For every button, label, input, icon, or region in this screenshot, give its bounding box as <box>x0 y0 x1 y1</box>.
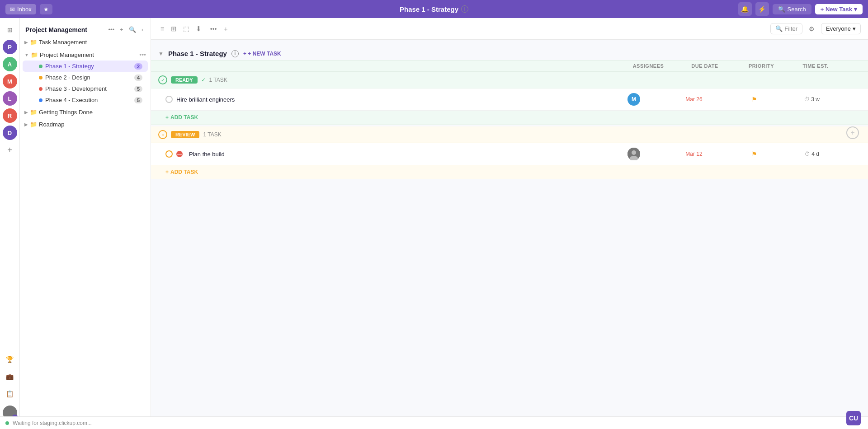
ready-status-circle[interactable]: ✓ <box>158 75 167 84</box>
task2-assignee-avatar[interactable] <box>627 148 640 160</box>
phase3-label: Phase 3 - Development <box>45 85 132 92</box>
add-task-icon: + <box>243 51 246 57</box>
avatar-A[interactable]: A <box>3 57 17 71</box>
phase2-dot <box>39 76 42 79</box>
review-circle-icon: ○ <box>161 132 164 137</box>
inbox-icon: ✉ <box>10 6 15 13</box>
ready-add-task-label: ADD TASK <box>170 114 198 121</box>
avatar-M[interactable]: M <box>3 74 17 89</box>
task2-priority[interactable]: ⚑ <box>727 150 781 158</box>
apps-grid-button[interactable]: ⊞ <box>3 23 17 37</box>
inbox-label: Inbox <box>17 6 32 13</box>
sidebar-add-button[interactable]: + <box>118 25 125 34</box>
search-button[interactable]: 🔍 Search <box>773 4 811 14</box>
list-view-button[interactable]: ≡ <box>158 23 167 35</box>
project-management-more-button[interactable]: ••• <box>139 51 146 58</box>
ready-add-task-row[interactable]: + ADD TASK <box>151 111 868 125</box>
table-row: Hire brilliant engineers M Mar 26 ⚑ ⏱3 w <box>151 89 868 111</box>
inbox-button[interactable]: ✉ Inbox <box>5 4 36 14</box>
col-header-due: DUE DATE <box>675 63 734 69</box>
task2-name[interactable]: Plan the build <box>189 151 603 158</box>
roadmap-label: Roadmap <box>39 121 64 128</box>
task-management-label: Task Management <box>39 39 87 46</box>
filter-icon: 🔍 <box>775 25 783 32</box>
avatar-P[interactable]: P <box>3 40 17 54</box>
more-options-button[interactable]: ••• <box>208 23 220 34</box>
phase-add-task-button[interactable]: + + NEW TASK <box>243 51 281 57</box>
add-column-button-container: + <box>846 126 859 139</box>
sidebar-collapse-button[interactable]: ‹ <box>140 25 145 34</box>
ready-task-count: 1 TASK <box>209 77 227 83</box>
main-layout: ⊞ P A M L R D + 🏆 💼 📋 2 Project Manageme… <box>0 18 868 429</box>
sidebar-item-project-management[interactable]: ▼ 📁 Project Management ••• <box>21 49 150 61</box>
sidebar-more-button[interactable]: ••• <box>106 25 116 34</box>
chart-view-button[interactable]: ⬚ <box>181 23 192 35</box>
everyone-filter-button[interactable]: Everyone ▾ <box>821 23 861 34</box>
filter-options-button[interactable]: ⚙ <box>806 23 817 34</box>
add-task-label: + NEW TASK <box>248 51 281 57</box>
search-label: Search <box>788 6 806 13</box>
review-add-task-label: ADD TASK <box>170 169 198 175</box>
task2-time-icon: ⏱ <box>805 151 810 157</box>
add-workspace-button[interactable]: + <box>3 143 17 157</box>
avatar-R[interactable]: R <box>3 108 17 123</box>
col-header-time: TIME EST. <box>788 63 843 69</box>
avatar-L[interactable]: L <box>3 91 17 106</box>
task-table-header: ASSIGNEES DUE DATE PRIORITY TIME EST. <box>151 60 868 72</box>
trophy-icon-button[interactable]: 🏆 <box>3 352 17 367</box>
task-content-area: ▼ Phase 1 - Strategy i + + NEW TASK ASSI… <box>151 40 868 188</box>
sidebar-item-getting-things-done[interactable]: ▶ 📁 Getting Things Done <box>21 107 150 118</box>
sidebar-item-roadmap[interactable]: ▶ 📁 Roadmap <box>21 119 150 130</box>
task1-time-est: ⏱3 w <box>785 96 839 103</box>
review-add-task-plus-icon: + <box>165 169 169 175</box>
review-status-row: ○ REVIEW 1 TASK <box>151 126 868 143</box>
title-info-icon[interactable]: i <box>461 5 468 13</box>
sidebar-item-phase1-strategy[interactable]: Phase 1 - Strategy 2 <box>23 61 148 72</box>
task1-name[interactable]: Hire brilliant engineers <box>176 96 603 103</box>
review-status-circle[interactable]: ○ <box>158 130 167 139</box>
sidebar-search-button[interactable]: 🔍 <box>127 25 138 34</box>
sidebar-item-phase4-execution[interactable]: Phase 4 - Execution 5 <box>23 94 148 106</box>
download-button[interactable]: ⬇ <box>193 23 204 35</box>
new-task-label: + New Task <box>821 6 852 13</box>
filter-input[interactable]: 🔍 Filter <box>770 23 802 34</box>
phase-section-chevron-icon: ▼ <box>158 51 164 57</box>
user-avatar-svg <box>627 148 640 160</box>
add-view-button[interactable]: + <box>221 23 230 34</box>
grid-view-button[interactable]: ⊞ <box>169 23 179 35</box>
review-task-count: 1 TASK <box>203 131 221 138</box>
review-badge: REVIEW <box>171 131 199 138</box>
sidebar-title: Project Management <box>25 26 104 33</box>
task2-checkbox[interactable] <box>165 150 173 158</box>
statusbar-dot <box>5 421 9 425</box>
task1-assignees: M <box>607 93 661 106</box>
phase3-dot <box>39 87 42 91</box>
new-task-button[interactable]: + New Task ▾ <box>815 4 863 14</box>
briefcase-icon-button[interactable]: 💼 <box>3 369 17 384</box>
project-folder-icon: 📁 <box>31 51 38 58</box>
task1-assignee-avatar[interactable]: M <box>627 93 640 106</box>
phase-info-icon[interactable]: i <box>231 50 239 57</box>
sidebar-item-phase3-development[interactable]: Phase 3 - Development 5 <box>23 83 148 94</box>
notification-bell-button[interactable]: 🔔 <box>738 2 752 16</box>
everyone-chevron-icon: ▾ <box>853 25 856 32</box>
add-column-button[interactable]: + <box>846 126 859 139</box>
view-icons: ≡ ⊞ ⬚ ⬇ <box>158 23 204 35</box>
task1-priority[interactable]: ⚑ <box>727 96 781 103</box>
lightning-button[interactable]: ⚡ <box>755 2 769 16</box>
new-task-dropdown-icon: ▾ <box>854 6 857 13</box>
topbar: ✉ Inbox ★ Phase 1 - Strategy i 🔔 ⚡ 🔍 Sea… <box>0 0 868 18</box>
favorite-button[interactable]: ★ <box>40 4 52 14</box>
svg-point-1 <box>632 150 636 155</box>
task1-checkbox[interactable] <box>165 96 173 103</box>
avatar-D[interactable]: D <box>3 126 17 140</box>
sidebar-item-task-management[interactable]: ▶ 📁 Task Management <box>21 37 150 48</box>
clipboard-icon-button[interactable]: 📋 <box>3 387 17 401</box>
folder-icon: 📁 <box>30 39 37 46</box>
clickup-fab-button[interactable]: CU <box>846 411 861 425</box>
task1-due-date: Mar 26 <box>665 96 723 103</box>
review-add-task-row[interactable]: + ADD TASK <box>151 165 868 179</box>
ready-status-group: ✓ READY ✓ 1 TASK Hire brilliant engineer… <box>151 72 868 125</box>
sidebar-item-phase2-design[interactable]: Phase 2 - Design 4 <box>23 72 148 83</box>
chevron-right-icon: ▶ <box>24 40 28 45</box>
